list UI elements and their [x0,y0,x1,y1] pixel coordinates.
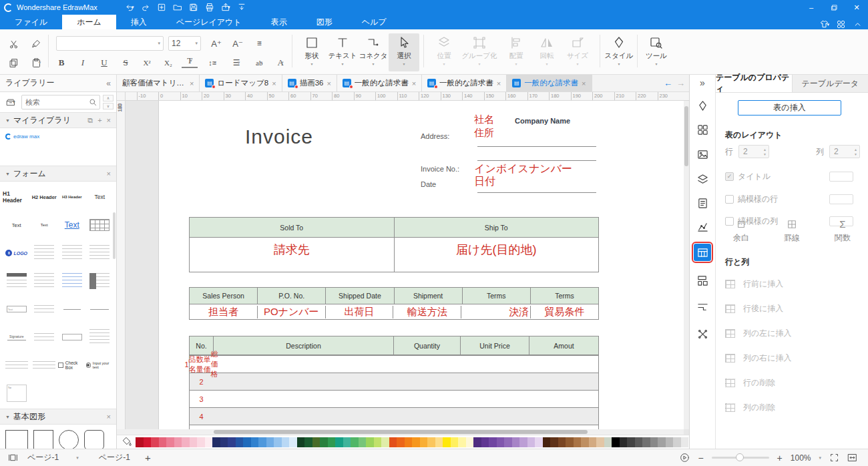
color-swatch[interactable] [258,437,266,447]
text-align-button[interactable]: ≡▾ [251,35,267,51]
document-tab[interactable]: ▤ 顧客価値マトリックス × [117,75,200,91]
table-cell[interactable]: POナンバー [257,306,325,318]
table-header-cell[interactable]: Ship To [394,218,599,237]
edraw-max-library-item[interactable]: edraw max [5,134,111,140]
invoice-title[interactable]: Invoice [245,126,313,148]
table-cell[interactable]: 3 [199,395,203,403]
notes-panel-icon[interactable] [694,194,711,212]
scroll-tabs-right-icon[interactable]: → [676,78,685,88]
color-swatch[interactable] [405,437,413,447]
table-row[interactable]: 1品名数量単価総価格 [190,355,598,373]
shape-circle[interactable] [59,430,79,449]
close-tab-icon[interactable]: × [497,79,501,87]
scroll-library-up-button[interactable]: ∧ [103,95,114,101]
chart-panel-icon[interactable] [694,218,711,236]
table-header-cell[interactable]: Description [213,336,393,355]
shape-rectangle[interactable] [5,430,28,449]
color-swatch[interactable] [589,437,597,447]
color-swatch[interactable] [297,437,305,447]
add-page-button[interactable]: + [145,452,151,463]
import-library-icon[interactable]: ⧉ [87,116,93,125]
color-swatch[interactable] [220,437,228,447]
color-swatch[interactable] [351,437,359,447]
color-swatch[interactable] [182,437,190,447]
menu-item[interactable]: ページレイアウト [162,15,256,29]
table-header-cell[interactable]: Sales Person [190,288,257,304]
color-swatch[interactable] [381,437,389,447]
color-swatch[interactable] [497,437,505,447]
collapse-library-icon[interactable]: « [106,79,111,88]
library-source-icon[interactable]: ▾ [3,95,19,109]
section-forms[interactable]: ▼ フォーム × [0,166,116,182]
color-swatch[interactable] [412,437,420,447]
tools-button[interactable]: ツール▾ [641,33,672,71]
form-item-checkbox[interactable]: Check Box [58,361,86,370]
table-cell[interactable]: 届け先(目的地) [394,238,599,272]
form-item-address-block[interactable] [86,329,114,345]
copy-button[interactable] [5,55,21,71]
search-input[interactable] [22,98,89,106]
form-item-h1-header[interactable]: H1 Header [3,190,31,204]
color-swatch[interactable] [642,437,650,447]
style-button[interactable]: スタイル▾ [604,33,634,71]
form-item-text-link[interactable]: Text [58,220,86,230]
form-item-textblock[interactable] [58,245,86,261]
table-row[interactable]: 3 [190,390,598,407]
color-swatch[interactable] [343,437,351,447]
color-swatch[interactable] [427,437,435,447]
address-label[interactable]: Address: [421,132,449,140]
collapse-toolbar-button[interactable] [234,1,250,13]
document-tab[interactable]: ▤ 一般的な請求書 × [422,75,507,91]
table-header-cell[interactable]: Quantity [393,336,460,355]
table-row[interactable]: 2 [190,373,598,390]
title-checkbox[interactable]: ✓ [725,172,734,181]
highlight-button[interactable]: ab▾ [251,55,267,71]
color-swatch[interactable] [312,437,320,447]
format-painter-button[interactable] [28,36,44,52]
presentation-play-ic[interactable] [680,453,690,463]
blocks-panel-icon[interactable] [694,272,711,289]
menu-item[interactable]: ファイル [0,15,62,29]
color-swatch[interactable] [197,437,205,447]
form-item-contact-block[interactable] [3,361,31,369]
section-my-library[interactable]: ▼ マイライブラリ ⧉ + × [0,112,116,128]
color-swatch[interactable] [627,437,635,447]
color-swatch[interactable] [205,437,213,447]
color-swatch[interactable] [535,437,543,447]
color-swatch[interactable] [144,437,152,447]
table-header-cell[interactable]: No. [190,336,213,355]
color-swatch[interactable] [320,437,328,447]
page-dropdown[interactable]: ページ-1▾ [27,452,79,463]
paste-button[interactable]: ▾ [28,55,44,71]
color-swatch[interactable] [574,437,582,447]
menu-item[interactable]: 図形 [302,15,347,29]
font-family-select[interactable]: ▾ [56,36,164,51]
color-swatch[interactable] [504,437,512,447]
sold-ship-table[interactable]: Sold ToShip To 請求先届け先(目的地) [189,217,599,272]
table-cell[interactable]: 貿易条件 [530,306,598,318]
table-cell[interactable]: 数量 [196,355,204,375]
italic-button[interactable]: I [75,55,91,71]
restore-button[interactable] [823,0,845,15]
redo-button[interactable] [138,1,154,13]
color-swatch[interactable] [650,437,658,447]
form-item-h2-header[interactable]: H2 Header [31,194,59,200]
color-swatch[interactable] [620,437,628,447]
table-cell[interactable]: 4 [199,413,203,421]
new-file-button[interactable] [154,1,170,13]
color-swatch[interactable] [596,437,604,447]
font-color-button[interactable]: T▾ [182,55,198,68]
color-swatch[interactable] [604,437,612,447]
canvas-vertical-scrollbar[interactable] [684,101,689,429]
menu-item[interactable]: 挿入 [116,15,162,29]
color-swatch[interactable] [236,437,244,447]
invoice-no-jp-annotation[interactable]: インボイスナンバー [474,162,572,176]
subscript-button[interactable]: X₂ [160,55,176,71]
form-item-line[interactable] [86,309,114,310]
cut-button[interactable] [5,36,21,52]
undo-button[interactable]: ▾ [122,1,138,13]
scrollbar-thumb[interactable] [684,106,688,166]
bold-button[interactable]: B [53,55,69,71]
form-item-line[interactable] [58,309,86,310]
color-swatch[interactable] [174,437,182,447]
